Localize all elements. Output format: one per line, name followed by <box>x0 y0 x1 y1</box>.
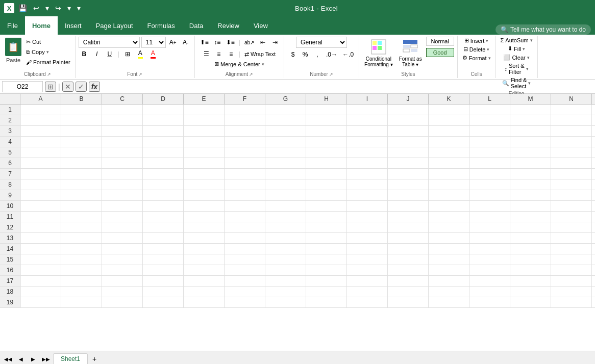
alignment-expand[interactable]: ↗ <box>249 72 253 77</box>
grid-cell[interactable] <box>510 201 551 211</box>
copy-button[interactable]: ⧉ Copy ▾ <box>24 48 72 56</box>
grid-area[interactable]: 12345678910111213141516171819 <box>0 105 595 351</box>
format-as-table-button[interactable]: Format asTable ▾ <box>397 37 424 68</box>
align-top-button[interactable]: ⬆︎≡ <box>198 37 211 48</box>
tab-view[interactable]: View <box>246 16 275 35</box>
grid-cell[interactable] <box>265 147 306 158</box>
grid-cell[interactable] <box>265 169 306 179</box>
grid-cell[interactable] <box>265 265 306 275</box>
align-right-button[interactable]: ≡ <box>226 48 237 60</box>
grid-cell[interactable] <box>551 158 592 168</box>
col-header-B[interactable]: B <box>61 94 102 104</box>
grid-cell[interactable] <box>306 169 347 179</box>
grid-cell[interactable] <box>225 287 265 297</box>
dialog-launcher-button[interactable]: ⊞ <box>45 82 56 92</box>
grid-cell[interactable] <box>143 115 184 125</box>
grid-cell[interactable] <box>510 297 551 307</box>
tab-page-layout[interactable]: Page Layout <box>89 16 140 35</box>
delete-button[interactable]: ⊟ Delete ▾ <box>462 45 491 53</box>
grid-cell[interactable] <box>551 297 592 307</box>
tab-review[interactable]: Review <box>210 16 246 35</box>
grid-cell[interactable] <box>184 212 225 222</box>
name-box[interactable]: O22 <box>2 81 43 92</box>
grid-cell[interactable] <box>61 287 102 297</box>
grid-cell[interactable] <box>429 169 469 179</box>
row-num-10[interactable]: 10 <box>0 201 20 211</box>
grid-cell[interactable] <box>510 115 551 125</box>
grid-cell[interactable] <box>184 179 225 190</box>
grid-cell[interactable] <box>225 212 265 222</box>
grid-cell[interactable] <box>61 115 102 125</box>
grid-cell[interactable] <box>225 233 265 243</box>
find-select-button[interactable]: 🔍 Find &Select ▾ <box>501 76 533 90</box>
confirm-formula-button[interactable]: ✓ <box>76 82 87 92</box>
row-num-14[interactable]: 14 <box>0 244 20 254</box>
grid-cell[interactable] <box>429 137 469 147</box>
grid-cell[interactable] <box>469 287 510 297</box>
sheet-tab-sheet1[interactable]: Sheet1 <box>53 353 88 364</box>
grid-cell[interactable] <box>510 265 551 275</box>
grid-cell[interactable] <box>20 222 61 232</box>
grid-cell[interactable] <box>347 137 388 147</box>
grid-cell[interactable] <box>265 233 306 243</box>
grid-cell[interactable] <box>347 254 388 265</box>
grid-cell[interactable] <box>469 297 510 307</box>
grid-cell[interactable] <box>429 233 469 243</box>
grid-cell[interactable] <box>20 287 61 297</box>
tab-insert[interactable]: Insert <box>58 16 89 35</box>
grid-cell[interactable] <box>388 147 429 158</box>
col-header-I[interactable]: I <box>347 94 388 104</box>
grid-cell[interactable] <box>306 254 347 265</box>
grid-cell[interactable] <box>143 276 184 286</box>
grid-cell[interactable] <box>143 126 184 136</box>
grid-cell[interactable] <box>102 254 143 265</box>
grid-cell[interactable] <box>306 287 347 297</box>
grid-cell[interactable] <box>225 190 265 200</box>
row-num-13[interactable]: 13 <box>0 233 20 243</box>
grid-cell[interactable] <box>388 105 429 115</box>
col-header-M[interactable]: M <box>510 94 551 104</box>
grid-cell[interactable] <box>388 254 429 265</box>
row-num-2[interactable]: 2 <box>0 115 20 125</box>
grid-cell[interactable] <box>306 265 347 275</box>
grid-cell[interactable] <box>510 222 551 232</box>
grid-cell[interactable] <box>184 201 225 211</box>
grid-cell[interactable] <box>102 115 143 125</box>
grid-cell[interactable] <box>102 105 143 115</box>
grid-cell[interactable] <box>306 147 347 158</box>
grid-cell[interactable] <box>20 158 61 168</box>
function-button[interactable]: fx <box>89 82 100 92</box>
format-painter-button[interactable]: 🖌 Format Painter <box>24 59 72 66</box>
grid-cell[interactable] <box>388 137 429 147</box>
grid-cell[interactable] <box>184 254 225 265</box>
grid-cell[interactable] <box>102 190 143 200</box>
sheet-nav-prev[interactable]: ◀ <box>15 354 27 364</box>
col-header-N[interactable]: N <box>551 94 592 104</box>
sheet-nav-left[interactable]: ◀◀ <box>2 354 14 364</box>
number-expand[interactable]: ↗ <box>329 72 333 77</box>
grid-cell[interactable] <box>347 115 388 125</box>
grid-cell[interactable] <box>61 222 102 232</box>
grid-cell[interactable] <box>61 265 102 275</box>
grid-cell[interactable] <box>143 179 184 190</box>
grid-cell[interactable] <box>306 126 347 136</box>
grid-cell[interactable] <box>265 105 306 115</box>
grid-cell[interactable] <box>20 179 61 190</box>
paste-button[interactable]: 📋 Paste <box>3 37 23 64</box>
decrease-font-button[interactable]: A- <box>180 37 191 48</box>
grid-cell[interactable] <box>61 254 102 265</box>
grid-cell[interactable] <box>102 147 143 158</box>
wrap-text-button[interactable]: ⇄ Wrap Text <box>242 50 278 58</box>
grid-cell[interactable] <box>510 147 551 158</box>
grid-cell[interactable] <box>469 105 510 115</box>
grid-cell[interactable] <box>143 297 184 307</box>
grid-cell[interactable] <box>429 287 469 297</box>
grid-cell[interactable] <box>143 147 184 158</box>
clipboard-expand[interactable]: ↗ <box>47 72 51 77</box>
grid-cell[interactable] <box>184 115 225 125</box>
grid-cell[interactable] <box>102 233 143 243</box>
grid-cell[interactable] <box>61 190 102 200</box>
font-size-select[interactable]: 11 <box>141 37 166 48</box>
grid-cell[interactable] <box>469 233 510 243</box>
grid-cell[interactable] <box>61 105 102 115</box>
